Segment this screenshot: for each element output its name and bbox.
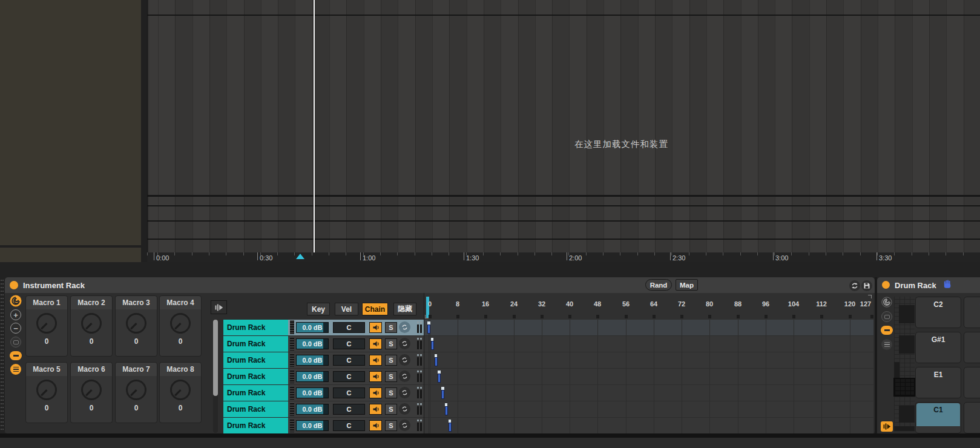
show-macros-toggle[interactable] — [10, 351, 22, 360]
minimap-viewport[interactable] — [893, 378, 915, 397]
drum-pad[interactable]: C#2 — [964, 297, 980, 328]
key-zone-row[interactable] — [424, 385, 873, 401]
drum-pad[interactable]: G#1 — [915, 332, 961, 363]
chain-hotswap-button[interactable] — [399, 403, 410, 415]
chain-name[interactable]: Drum Rack — [223, 401, 288, 417]
chain-activator-button[interactable] — [369, 371, 382, 382]
chain-solo-button[interactable]: S — [385, 371, 397, 382]
key-zone-marker[interactable] — [427, 324, 430, 334]
macro-knob[interactable] — [170, 380, 191, 400]
chain-row[interactable]: Drum Rack 0.0 dB C S — [223, 401, 424, 417]
time-ruler[interactable]: 0:00 0:30 1:00 1:30 2:00 2:30 3:00 3:30 — [147, 252, 980, 262]
chain-pan-knob[interactable]: C — [333, 404, 365, 415]
key-zone-marker[interactable] — [431, 341, 434, 350]
zone-fade-handle[interactable] — [438, 371, 441, 374]
zone-fade-handle[interactable] — [445, 403, 448, 406]
chain-volume-slider[interactable]: 0.0 dB — [296, 371, 329, 382]
key-zone-marker[interactable] — [435, 357, 438, 366]
chain-hotswap-button[interactable] — [399, 354, 410, 366]
add-variation-button[interactable]: + — [10, 309, 21, 320]
arrangement-grid[interactable]: 在这里加载文件和装置 — [147, 0, 980, 252]
chain-filter-button[interactable]: Chain — [362, 303, 388, 315]
drum-pad-selected[interactable]: C1 — [915, 402, 961, 433]
vel-filter-button[interactable]: Vel — [335, 303, 358, 315]
drum-pad[interactable]: C#1 — [964, 402, 980, 433]
chain-solo-button[interactable]: S — [385, 387, 397, 398]
chain-pan-knob[interactable]: C — [333, 355, 365, 366]
chain-name[interactable]: Drum Rack — [223, 336, 288, 352]
chain-volume-slider[interactable]: 0.0 dB — [296, 322, 329, 333]
auto-select-button[interactable] — [211, 300, 227, 314]
zone-fade-handle[interactable] — [441, 387, 444, 390]
chain-solo-button[interactable]: S — [385, 420, 397, 431]
key-zone-marker[interactable] — [445, 406, 448, 415]
pad-overview-minimap[interactable] — [894, 297, 915, 431]
chain-solo-button[interactable]: S — [385, 322, 397, 333]
zone-fade-handle[interactable] — [427, 321, 430, 324]
insert-marker-triangle[interactable] — [296, 254, 304, 259]
key-zone-row[interactable] — [424, 320, 873, 335]
chain-scrollbar-thumb[interactable] — [213, 320, 218, 396]
chain-name[interactable]: Drum Rack — [223, 352, 288, 368]
key-zone-row[interactable] — [424, 352, 873, 368]
chain-row[interactable]: Drum Rack 0.0 dB C S — [223, 418, 424, 433]
chain-pan-knob[interactable]: C — [333, 371, 365, 382]
chain-activator-button[interactable] — [369, 420, 382, 431]
map-button[interactable]: Map — [676, 279, 698, 291]
chain-name[interactable]: Drum Rack — [223, 369, 288, 384]
chain-pan-knob[interactable]: C — [333, 338, 365, 349]
chain-pan-knob[interactable]: C — [333, 322, 365, 333]
chain-name[interactable]: Drum Rack — [223, 320, 288, 335]
chain-volume-slider[interactable]: 0.0 dB — [296, 338, 329, 349]
chain-volume-slider[interactable]: 0.0 dB — [296, 420, 329, 431]
device-activator-toggle[interactable] — [882, 281, 890, 289]
macro-knob[interactable] — [81, 380, 102, 400]
key-zone-row[interactable] — [424, 418, 873, 433]
key-zone-marker[interactable] — [441, 390, 444, 399]
chain-volume-slider[interactable]: 0.0 dB — [296, 404, 329, 415]
midi-monitor-icon[interactable] — [881, 421, 893, 432]
key-filter-button[interactable]: Key — [307, 303, 330, 315]
hand-grab-icon[interactable] — [943, 280, 952, 289]
zone-fade-handle[interactable] — [449, 420, 452, 423]
macro-knob[interactable] — [36, 313, 57, 334]
chain-name[interactable]: Drum Rack — [223, 418, 288, 433]
snapshot-camera-icon[interactable] — [10, 337, 21, 348]
browser-panel[interactable] — [0, 0, 141, 245]
remove-variation-button[interactable]: − — [10, 323, 21, 334]
zone-fade-handle[interactable] — [431, 338, 434, 341]
chain-hotswap-button[interactable] — [399, 420, 410, 431]
chain-pan-knob[interactable]: C — [333, 420, 365, 431]
macro-knob[interactable] — [81, 313, 102, 334]
hot-swap-icon[interactable] — [849, 280, 860, 291]
show-chain-list-toggle[interactable] — [881, 339, 892, 350]
chain-volume-slider[interactable]: 0.0 dB — [296, 355, 329, 366]
macro-knob[interactable] — [36, 380, 57, 400]
show-macros-toggle[interactable] — [881, 326, 893, 335]
chain-pan-knob[interactable]: C — [333, 387, 365, 398]
chain-row[interactable]: Drum Rack 0.0 dB C S — [223, 320, 424, 335]
chain-row[interactable]: Drum Rack 0.0 dB C S — [223, 369, 424, 384]
show-chain-list-toggle[interactable] — [10, 364, 21, 375]
drum-pad[interactable]: E1 — [915, 367, 961, 398]
macro-knob[interactable] — [126, 313, 146, 334]
chain-hotswap-button[interactable] — [399, 338, 410, 349]
snapshot-camera-icon[interactable] — [881, 311, 892, 322]
drum-pad[interactable]: C2 — [915, 297, 961, 328]
chain-row[interactable]: Drum Rack 0.0 dB C S — [223, 336, 424, 352]
chain-solo-button[interactable]: S — [385, 338, 397, 349]
macro-knob[interactable] — [170, 313, 191, 334]
macro-variations-icon[interactable] — [10, 295, 22, 307]
chain-activator-button[interactable] — [369, 404, 382, 415]
hide-filter-button[interactable]: 隐藏 — [393, 303, 416, 315]
device-activator-toggle[interactable] — [10, 281, 18, 289]
chain-volume-slider[interactable]: 0.0 dB — [296, 387, 329, 398]
chain-solo-button[interactable]: S — [385, 355, 397, 366]
macro-knob[interactable] — [126, 380, 146, 400]
chain-name[interactable]: Drum Rack — [223, 385, 288, 401]
key-zone-marker[interactable] — [438, 374, 441, 383]
drum-pad[interactable] — [964, 332, 980, 363]
macro-variations-icon[interactable] — [881, 297, 892, 308]
chain-activator-button[interactable] — [369, 387, 382, 398]
chain-row[interactable]: Drum Rack 0.0 dB C S — [223, 352, 424, 368]
